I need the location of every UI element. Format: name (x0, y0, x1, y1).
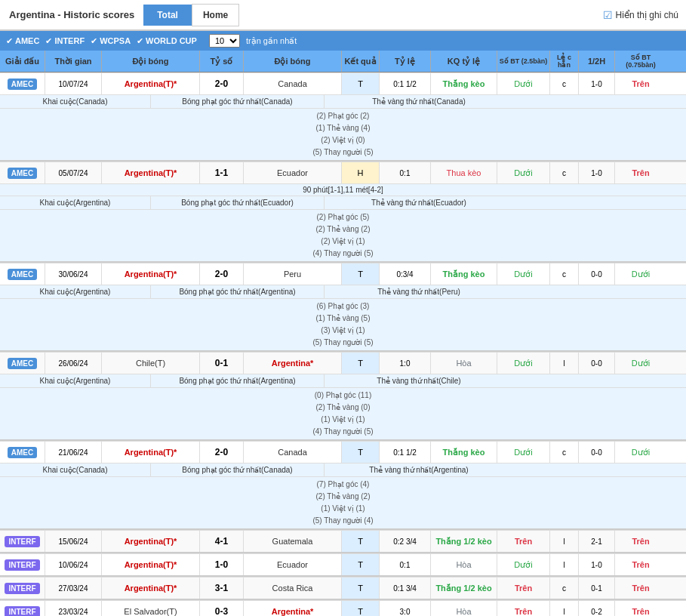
match-sobt1: Dưới (497, 263, 550, 285)
match-result: T (342, 263, 380, 285)
match-group: AMEC 21/06/24 Argentina(T)* 2-0 Canada T… (0, 441, 686, 530)
filter-worldcup-label: WORLD CUP (146, 36, 197, 45)
detail-3col: Khai cuộc(Argentina) Bóng phạt góc thứ n… (0, 285, 686, 299)
table-row[interactable]: INTERF 23/03/24 El Salvador(T) 0-3 Argen… (0, 600, 686, 616)
detail-lines: (2) Phạt góc (5)(2) Thẻ vàng (2)(2) Việt… (0, 210, 686, 261)
match-team1: Argentina(T)* (102, 531, 200, 552)
match-ratio: 0:1 (380, 554, 431, 575)
filter-wcpsa[interactable]: ✔ WCPSA (91, 36, 131, 46)
match-group: INTERF 10/06/24 Argentina(T)* 1-0 Ecuado… (0, 553, 686, 577)
filter-wcpsa-label: WCPSA (100, 36, 131, 45)
table-row[interactable]: INTERF 27/03/24 Argentina(T)* 3-1 Costa … (0, 577, 686, 599)
tab-home[interactable]: Home (192, 4, 239, 26)
match-lechan: l (550, 531, 579, 552)
match-result: T (342, 73, 380, 94)
detail-lines: (2) Phạt góc (2)(1) Thẻ vàng (4)(2) Việt… (0, 109, 686, 160)
match-date: 10/07/24 (45, 73, 102, 94)
detail-3col: Khai cuộc(Canada) Bóng phạt góc thứ nhất… (0, 95, 686, 109)
detail-line: (3) Việt vị (1) (2, 325, 684, 337)
match-kq-ratio: Hòa (431, 353, 497, 374)
header: Argentina - Historic scores Total Home ☑… (0, 0, 686, 31)
table-row[interactable]: AMEC 10/07/24 Argentina(T)* 2-0 Canada T… (0, 72, 686, 94)
detail-line: (2) Thẻ vàng (2) (2, 491, 684, 503)
col-ratio: Tỷ lệ (380, 51, 431, 72)
detail-line: (1) Thẻ vàng (4) (2, 122, 684, 134)
match-kq-ratio: Thua kèo (431, 162, 497, 183)
khai-cuoc: Khai cuộc(Canada) (0, 95, 151, 108)
filter-count-select[interactable]: 10 20 50 (209, 34, 240, 48)
match-date: 27/03/24 (45, 578, 102, 599)
match-sobt2: Trên (615, 73, 666, 94)
match-team2: Canada (244, 442, 342, 463)
match-sobt2: Dưới (615, 442, 666, 463)
match-group: AMEC 30/06/24 Argentina(T)* 2-0 Peru T 0… (0, 263, 686, 352)
match-details: 90 phút[1-1],11 mét[4-2] Khai cuộc(Argen… (0, 183, 686, 261)
match-date: 21/06/24 (45, 442, 102, 463)
match-date: 23/03/24 (45, 601, 102, 616)
detail-line: (4) Thay người (5) (2, 248, 684, 260)
col-kq-ratio: KQ tỷ lệ (431, 51, 497, 72)
detail-line: (2) Việt vị (1) (2, 236, 684, 248)
col-lechan: Lẻ c hẵn (550, 51, 579, 72)
detail-lines: (6) Phạt góc (3)(1) Thẻ vàng (5)(3) Việt… (0, 299, 686, 350)
filter-worldcup[interactable]: ✔ WORLD CUP (137, 36, 197, 46)
check-icon: ✔ (6, 36, 13, 46)
col-half: 1/2H (579, 51, 615, 72)
table-row[interactable]: INTERF 15/06/24 Argentina(T)* 4-1 Guatem… (0, 530, 686, 552)
detail-3col: Khai cuộc(Argentina) Bóng phạt góc thứ n… (0, 196, 686, 210)
match-sobt1: Trên (497, 601, 550, 616)
match-details: Khai cuộc(Argentina) Bóng phạt góc thứ n… (0, 374, 686, 439)
khai-cuoc: Khai cuộc(Canada) (0, 464, 151, 476)
filter-interf[interactable]: ✔ INTERF (45, 36, 85, 46)
table-row[interactable]: AMEC 30/06/24 Argentina(T)* 2-0 Peru T 0… (0, 263, 686, 285)
show-checkbox[interactable]: ☑ Hiển thị ghi chú (603, 9, 678, 21)
table-row[interactable]: AMEC 05/07/24 Argentina(T)* 1-1 Ecuador … (0, 162, 686, 183)
match-group: INTERF 27/03/24 Argentina(T)* 3-1 Costa … (0, 577, 686, 600)
detail-line: (0) Phạt góc (11) (2, 390, 684, 402)
match-team2: Peru (244, 263, 342, 285)
detail-line: (7) Phạt góc (4) (2, 479, 684, 491)
col-result: Kết quả (342, 51, 380, 72)
match-ratio: 0:2 3/4 (380, 531, 431, 552)
detail-line: (2) Thẻ vàng (2) (2, 223, 684, 236)
match-half: 1-0 (579, 73, 615, 94)
match-team1: Argentina(T)* (102, 578, 200, 599)
table-row[interactable]: AMEC 21/06/24 Argentina(T)* 2-0 Canada T… (0, 441, 686, 463)
match-date: 26/06/24 (45, 353, 102, 374)
match-score: 4-1 (200, 531, 244, 552)
match-sobt2: Trên (615, 531, 666, 552)
match-result: T (342, 531, 380, 552)
table-row[interactable]: AMEC 26/06/24 Chile(T) 0-1 Argentina* T … (0, 352, 686, 374)
check-icon: ✔ (137, 36, 143, 46)
match-half: 0-2 (579, 601, 615, 616)
match-result: H (342, 162, 380, 183)
khai-cuoc: Khai cuộc(Argentina) (0, 285, 151, 298)
the-vang: Thẻ vàng thứ nhất(Ecuador) (325, 196, 513, 209)
match-league: AMEC (0, 162, 45, 183)
detail-line: (5) Thay người (5) (2, 337, 684, 349)
match-lechan: c (550, 263, 579, 285)
match-kq-ratio: Thắng 1/2 kèo (431, 578, 497, 599)
match-group: INTERF 15/06/24 Argentina(T)* 4-1 Guatem… (0, 530, 686, 553)
match-sobt1: Dưới (497, 554, 550, 575)
count-dropdown[interactable]: 10 20 50 (209, 34, 240, 48)
tab-total[interactable]: Total (143, 5, 192, 26)
show-notes-label: Hiển thị ghi chú (616, 10, 678, 20)
match-score: 0-1 (200, 353, 244, 374)
match-sobt2: Dưới (615, 263, 666, 285)
match-score: 1-0 (200, 554, 244, 575)
detail-line: (4) Thay người (5) (2, 426, 684, 438)
header-title: Argentina - Historic scores (0, 3, 143, 26)
match-lechan: l (550, 554, 579, 575)
match-sobt1: Dưới (497, 162, 550, 183)
table-row[interactable]: INTERF 10/06/24 Argentina(T)* 1-0 Ecuado… (0, 553, 686, 575)
match-result: T (342, 601, 380, 616)
match-sobt2: Trên (615, 601, 666, 616)
match-sobt1: Trên (497, 578, 550, 599)
match-sobt2: Trên (615, 554, 666, 575)
filter-amec[interactable]: ✔ AMEC (6, 36, 39, 46)
col-sobt2: Số BT (0.75bàn) (615, 51, 666, 72)
col-team1: Đội bóng (102, 51, 200, 72)
the-vang: Thẻ vàng thứ nhất(Peru) (325, 285, 513, 298)
match-result: T (342, 578, 380, 599)
